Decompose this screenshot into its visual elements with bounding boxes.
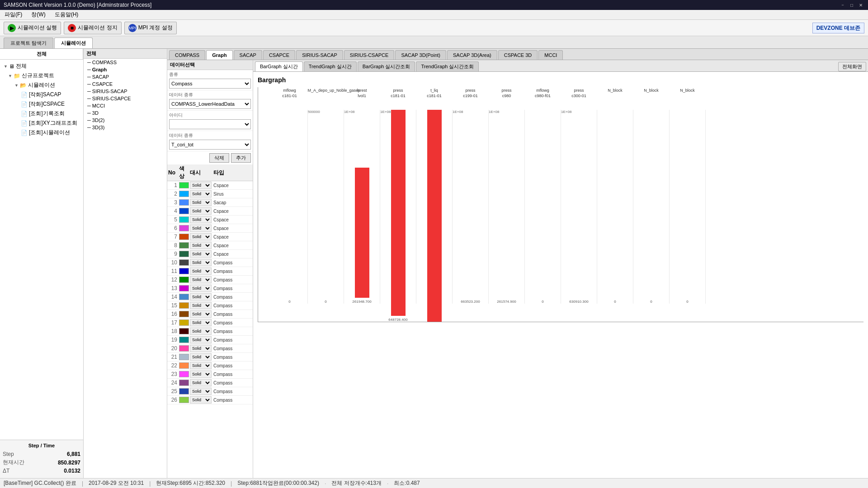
row-color[interactable] — [179, 345, 189, 352]
add-button[interactable]: 추가 — [231, 153, 251, 163]
row-color[interactable] — [179, 328, 189, 334]
graph-tab-bar-history[interactable]: BarGraph 실시간조회 — [358, 61, 415, 71]
mid-tree-sirius-sacap[interactable]: ─ SIRIUS-SACAP — [84, 88, 167, 95]
row-dash-select[interactable]: Solid Dash Dot — [190, 233, 212, 240]
nav-tab-sirius-sacap[interactable]: SIRIUS-SACAP — [296, 50, 343, 60]
row-color[interactable] — [179, 268, 189, 274]
proj-tab-all[interactable]: 전체 — [0, 49, 83, 59]
tree-sim-view[interactable]: 📄 [조회]시뮬레이션 — [2, 128, 81, 137]
row-color[interactable] — [179, 388, 189, 394]
chart-scroll[interactable]: mflowg c181-010M_A_depo_up_Noble_gases50… — [258, 87, 863, 474]
nav-tab-mcci[interactable]: MCCI — [538, 50, 563, 60]
row-color[interactable] — [179, 199, 189, 206]
row-color[interactable] — [179, 311, 189, 317]
row-color[interactable] — [179, 208, 189, 214]
nav-tab-sacap3d-point[interactable]: SACAP 3D(Point) — [395, 50, 446, 60]
row-dash-select[interactable]: Solid Dash Dot — [190, 388, 212, 395]
row-dash-select[interactable]: Solid Dash Dot — [190, 353, 212, 361]
row-dash-select[interactable]: Solid Dash Dot — [190, 293, 212, 300]
nav-tab-sirius-csapce[interactable]: SIRIUS-CSAPCE — [344, 50, 395, 60]
tree-log-view[interactable]: 📄 [조회]기록조회 — [2, 109, 81, 118]
maximize-button[interactable]: □ — [848, 2, 855, 8]
row-color[interactable] — [179, 371, 189, 377]
row-color[interactable] — [179, 251, 189, 257]
mid-tree-csapce[interactable]: ─ CSAPCE — [84, 80, 167, 88]
row-color[interactable] — [179, 380, 189, 386]
row-dash-select[interactable]: Solid Dash Dot — [190, 182, 212, 189]
mid-tree-mcci[interactable]: ─ MCCI — [84, 102, 167, 109]
tree-xy-graph[interactable]: 📄 [조회]XY그래프조회 — [2, 118, 81, 128]
mid-tree-3d2[interactable]: ─ 3D(2) — [84, 117, 167, 124]
row-dash-select[interactable]: Solid Dash Dot — [190, 276, 212, 283]
data-type2-select[interactable]: T_cori_tot — [169, 140, 251, 150]
row-color[interactable] — [179, 259, 189, 266]
row-color[interactable] — [179, 397, 189, 403]
fullscreen-button[interactable]: 전체화면 — [838, 62, 866, 71]
row-color[interactable] — [179, 362, 189, 369]
tab-project-explorer[interactable]: 프로젝트 탐색기 — [4, 38, 53, 48]
row-color[interactable] — [179, 234, 189, 240]
row-dash-select[interactable]: Solid Dash Dot — [190, 310, 212, 318]
mid-tree-3d[interactable]: ─ 3D — [84, 109, 167, 117]
category-select[interactable]: Compass — [169, 79, 251, 89]
mpi-setting-button[interactable]: MPI MPI 계정 설정 — [124, 22, 177, 34]
menu-window[interactable]: 창(W) — [29, 10, 47, 19]
graph-tab-trend-history[interactable]: TrendGraph 실시간조회 — [416, 61, 479, 71]
row-color[interactable] — [179, 354, 189, 360]
id-select[interactable] — [169, 119, 251, 129]
row-color[interactable] — [179, 294, 189, 300]
row-dash-select[interactable]: Solid Dash Dot — [190, 242, 212, 249]
row-color[interactable] — [179, 337, 189, 343]
row-color[interactable] — [179, 191, 189, 197]
row-dash-select[interactable]: Solid Dash Dot — [190, 371, 212, 378]
row-dash-select[interactable]: Solid Dash Dot — [190, 216, 212, 223]
nav-tab-csapce[interactable]: CSAPCE — [263, 50, 295, 60]
mid-tree-graph[interactable]: ─ Graph — [84, 66, 167, 73]
mid-tree-compass[interactable]: ─ COMPASS — [84, 59, 167, 66]
row-dash-select[interactable]: Solid Dash Dot — [190, 336, 212, 343]
nav-tab-sacap3d-area[interactable]: SACAP 3D(Area) — [447, 50, 497, 60]
close-button[interactable]: ✕ — [857, 2, 864, 8]
tree-simulation[interactable]: ▼ 📂 시뮬레이션 — [2, 80, 81, 90]
row-dash-select[interactable]: Solid Dash Dot — [190, 267, 212, 275]
minimize-button[interactable]: － — [839, 2, 846, 8]
nav-tab-graph[interactable]: Graph — [206, 50, 232, 60]
row-color[interactable] — [179, 182, 189, 188]
row-dash-select[interactable]: Solid Dash Dot — [190, 396, 212, 404]
row-dash-select[interactable]: Solid Dash Dot — [190, 345, 212, 352]
row-dash-select[interactable]: Solid Dash Dot — [190, 199, 212, 206]
data-type-select[interactable]: COMPASS_LowerHeadData — [169, 99, 251, 109]
row-dash-select[interactable]: Solid Dash Dot — [190, 259, 212, 266]
row-dash-select[interactable]: Solid Dash Dot — [190, 379, 212, 386]
delete-button[interactable]: 삭제 — [209, 153, 229, 163]
row-dash-select[interactable]: Solid Dash Dot — [190, 225, 212, 232]
tree-new-project[interactable]: ▼ 📁 신규프로젝트 — [2, 71, 81, 80]
row-color[interactable] — [179, 216, 189, 223]
mid-tree-sirius-csapce[interactable]: ─ SIRIUS-CSAPCE — [84, 95, 167, 102]
row-color[interactable] — [179, 242, 189, 249]
row-dash-select[interactable]: Solid Dash Dot — [190, 362, 212, 369]
tree-cspace[interactable]: 📄 [작화]CSPACE — [2, 99, 81, 109]
row-color[interactable] — [179, 225, 189, 231]
mid-tree-sacap[interactable]: ─ SACAP — [84, 73, 167, 80]
graph-tab-bar-realtime[interactable]: BarGraph 실시간 — [255, 61, 303, 71]
tree-root[interactable]: ▼ 🖥 전체 — [2, 61, 81, 71]
row-dash-select[interactable]: Solid Dash Dot — [190, 190, 212, 197]
menu-file[interactable]: 파일(F) — [3, 10, 24, 19]
nav-tab-compass[interactable]: COMPASS — [169, 50, 205, 60]
row-dash-select[interactable]: Solid Dash Dot — [190, 207, 212, 215]
row-dash-select[interactable]: Solid Dash Dot — [190, 302, 212, 309]
nav-tab-sacap[interactable]: SACAP — [234, 50, 262, 60]
tree-sacap[interactable]: 📄 [작화]SACAP — [2, 90, 81, 99]
nav-tab-cspace3d[interactable]: CSPACE 3D — [498, 50, 538, 60]
sim-stop-button[interactable]: ■ 시뮬레이션 정지 — [64, 22, 121, 34]
row-color[interactable] — [179, 285, 189, 291]
row-dash-select[interactable]: Solid Dash Dot — [190, 328, 212, 335]
row-color[interactable] — [179, 302, 189, 309]
row-dash-select[interactable]: Solid Dash Dot — [190, 250, 212, 258]
row-dash-select[interactable]: Solid Dash Dot — [190, 285, 212, 292]
row-color[interactable] — [179, 319, 189, 326]
tab-simulation[interactable]: 시뮬레이션 — [54, 38, 93, 48]
mid-tree-3d3[interactable]: ─ 3D(3) — [84, 124, 167, 131]
sim-start-button[interactable]: ▶ 시뮬레이션 실행 — [4, 22, 61, 34]
